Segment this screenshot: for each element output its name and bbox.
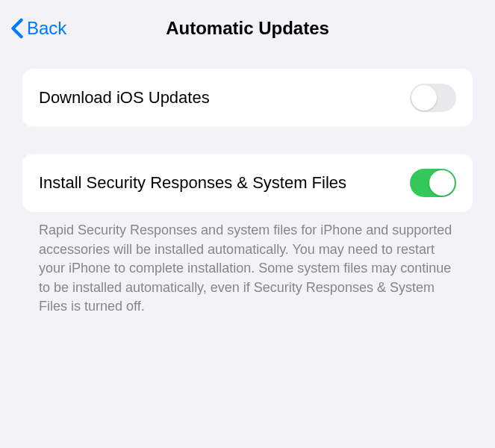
group-download: Download iOS Updates <box>22 69 473 127</box>
row-label: Install Security Responses & System File… <box>39 172 346 194</box>
row-download-ios-updates[interactable]: Download iOS Updates <box>22 69 473 127</box>
content: Download iOS Updates Install Security Re… <box>0 52 495 317</box>
toggle-install-security-responses[interactable] <box>410 169 456 197</box>
row-install-security-responses[interactable]: Install Security Responses & System File… <box>22 154 473 212</box>
toggle-knob <box>429 170 455 196</box>
toggle-download-ios-updates[interactable] <box>410 84 456 112</box>
toggle-knob <box>411 85 437 111</box>
row-label: Download iOS Updates <box>39 87 210 109</box>
group-security: Install Security Responses & System File… <box>22 154 473 317</box>
page-title: Automatic Updates <box>13 18 482 39</box>
back-label: Back <box>27 18 66 39</box>
group-footer-text: Rapid Security Responses and system file… <box>22 212 473 317</box>
back-button[interactable]: Back <box>10 18 66 39</box>
nav-header: Back Automatic Updates <box>0 0 495 52</box>
chevron-left-icon <box>10 18 24 39</box>
